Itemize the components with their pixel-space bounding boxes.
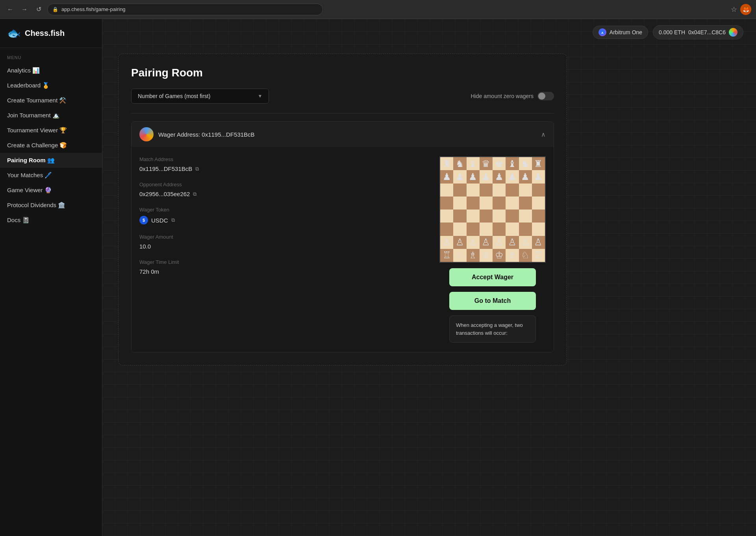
- sidebar-item-protocol-dividends[interactable]: Protocol Dividends 🏛️: [0, 198, 102, 213]
- back-button[interactable]: ←: [5, 4, 16, 15]
- wager-chevron-icon: ∧: [541, 131, 546, 138]
- chess-cell-1-4: ♟: [493, 170, 506, 183]
- wager-body: Match Address 0x1195...DF531BcB ⧉ Oppone…: [132, 147, 554, 352]
- hide-zero-toggle-switch[interactable]: [537, 92, 554, 100]
- chess-cell-6-7: ♙: [532, 236, 545, 249]
- sidebar-item-docs[interactable]: Docs 📓: [0, 213, 102, 228]
- usdc-icon: $: [139, 216, 148, 224]
- chess-cell-2-4: [493, 184, 506, 197]
- chess-board: ♜♞♝♛♚♝♞♜♟♟♟♟♟♟♟♟♙♙♙♙♙♙♙♙♖♘♗♕♔♗♘♖: [439, 156, 546, 263]
- chess-cell-0-7: ♜: [532, 157, 545, 170]
- chess-cell-7-5: ♗: [506, 249, 519, 262]
- chess-cell-3-6: [519, 197, 532, 210]
- wallet-badge[interactable]: 0.000 ETH 0x04E7...C8C6: [653, 25, 743, 39]
- chess-cell-4-3: [480, 210, 493, 223]
- chess-cell-5-2: [467, 223, 480, 236]
- chess-cell-7-7: ♖: [532, 249, 545, 262]
- chess-cell-3-0: [440, 197, 453, 210]
- chess-cell-2-7: [532, 184, 545, 197]
- url-bar[interactable]: 🔒 app.chess.fish/game-pairing: [47, 4, 323, 15]
- arbitrum-icon: A: [598, 28, 606, 36]
- network-badge[interactable]: A Arbitrum One: [593, 26, 648, 39]
- logo-fish-icon: 🐟: [7, 27, 21, 40]
- opponent-address-group: Opponent Address 0x2956...035ee262 ⧉: [139, 182, 424, 197]
- network-label: Arbitrum One: [610, 29, 642, 35]
- chess-cell-5-7: [532, 223, 545, 236]
- sidebar-item-pairing-room[interactable]: Pairing Room 👥: [0, 153, 102, 168]
- sidebar-item-create-challenge[interactable]: Create a Challenge 🍞: [0, 138, 102, 153]
- forward-button[interactable]: →: [19, 4, 30, 15]
- wager-header[interactable]: Wager Address: 0x1195...DF531BcB ∧: [132, 122, 554, 147]
- wager-item: Wager Address: 0x1195...DF531BcB ∧ Match…: [131, 121, 554, 352]
- bookmark-icon[interactable]: ☆: [731, 5, 737, 14]
- chess-cell-2-0: [440, 184, 453, 197]
- go-to-match-button[interactable]: Go to Match: [449, 292, 536, 310]
- wallet-avatar-icon: [729, 28, 737, 37]
- copy-opponent-address-icon[interactable]: ⧉: [193, 191, 196, 197]
- sidebar-item-game-viewer[interactable]: Game Viewer 🔮: [0, 183, 102, 198]
- sidebar-item-your-matches[interactable]: Your Matches 🖊️: [0, 168, 102, 183]
- chess-cell-2-2: [467, 184, 480, 197]
- chess-cell-2-1: [453, 184, 466, 197]
- pairing-card: Pairing Room Number of Games (most first…: [118, 54, 567, 365]
- content-area: Pairing Room Number of Games (most first…: [102, 46, 756, 536]
- url-text: app.chess.fish/game-pairing: [61, 6, 126, 12]
- chess-cell-0-4: ♚: [493, 157, 506, 170]
- sidebar-item-analytics[interactable]: Analytics 📊: [0, 63, 102, 78]
- chess-cell-3-3: [480, 197, 493, 210]
- chess-cell-6-0: ♙: [440, 236, 453, 249]
- sidebar-item-leaderboard[interactable]: Leaderboard 🏅: [0, 78, 102, 93]
- sidebar-logo-text: Chess.fish: [25, 29, 65, 38]
- wager-time-limit-group: Wager Time Limit 72h 0m: [139, 259, 424, 275]
- chess-cell-4-1: [453, 210, 466, 223]
- chess-cell-1-6: ♟: [519, 170, 532, 183]
- sidebar-item-join-tournament[interactable]: Join Tournament 🏔️: [0, 108, 102, 123]
- reload-button[interactable]: ↺: [33, 4, 44, 15]
- wager-right: ♜♞♝♛♚♝♞♜♟♟♟♟♟♟♟♟♙♙♙♙♙♙♙♙♖♘♗♕♔♗♘♖ Accept …: [439, 156, 546, 343]
- wager-amount-label: Wager Amount: [139, 234, 424, 240]
- hide-zero-label: Hide amount zero wagers: [471, 93, 534, 99]
- chess-cell-7-4: ♔: [493, 249, 506, 262]
- wager-token-value: $ USDC ⧉: [139, 216, 424, 224]
- sort-selected-label: Number of Games (most first): [138, 93, 210, 99]
- sidebar-nav: Analytics 📊Leaderboard 🏅Create Tournamen…: [0, 63, 102, 228]
- sidebar-item-create-tournament[interactable]: Create Tournament ⚒️: [0, 93, 102, 108]
- chess-cell-6-2: ♙: [467, 236, 480, 249]
- chess-cell-6-3: ♙: [480, 236, 493, 249]
- chess-cell-1-3: ♟: [480, 170, 493, 183]
- wager-time-limit-value: 72h 0m: [139, 268, 424, 275]
- browser-profile-avatar[interactable]: 🦊: [740, 4, 751, 15]
- wager-details: Match Address 0x1195...DF531BcB ⧉ Oppone…: [139, 156, 424, 343]
- match-address-value: 0x1195...DF531BcB ⧉: [139, 165, 424, 172]
- chess-cell-0-6: ♞: [519, 157, 532, 170]
- wager-header-left: Wager Address: 0x1195...DF531BcB: [139, 127, 255, 141]
- chess-cell-7-2: ♗: [467, 249, 480, 262]
- wallet-address: 0x04E7...C8C6: [688, 29, 726, 35]
- match-address-group: Match Address 0x1195...DF531BcB ⧉: [139, 156, 424, 172]
- wager-token-group: Wager Token $ USDC ⧉: [139, 207, 424, 224]
- app-container: 🐟 Chess.fish MENU Analytics 📊Leaderboard…: [0, 19, 756, 536]
- chess-cell-5-4: [493, 223, 506, 236]
- match-address-label: Match Address: [139, 156, 424, 162]
- controls-row: Number of Games (most first) ▼ Hide amou…: [131, 89, 554, 104]
- wager-amount-value: 10.0: [139, 243, 424, 250]
- chess-cell-0-2: ♝: [467, 157, 480, 170]
- chess-cell-4-2: [467, 210, 480, 223]
- copy-token-icon[interactable]: ⧉: [171, 217, 175, 223]
- browser-chrome: ← → ↺ 🔒 app.chess.fish/game-pairing ☆ 🦊: [0, 0, 756, 19]
- wager-address-text: Wager Address: 0x1195...DF531BcB: [158, 131, 255, 138]
- accept-wager-button[interactable]: Accept Wager: [449, 268, 536, 286]
- chess-cell-5-5: [506, 223, 519, 236]
- sidebar-item-tournament-viewer[interactable]: Tournament Viewer 🏆: [0, 123, 102, 138]
- chess-cell-0-1: ♞: [453, 157, 466, 170]
- chess-cell-1-1: ♟: [453, 170, 466, 183]
- chess-cell-7-3: ♕: [480, 249, 493, 262]
- chess-cell-5-3: [480, 223, 493, 236]
- divider: [131, 113, 554, 113]
- copy-match-address-icon[interactable]: ⧉: [195, 166, 199, 172]
- chess-cell-6-6: ♙: [519, 236, 532, 249]
- sort-dropdown[interactable]: Number of Games (most first) ▼: [131, 89, 269, 104]
- wager-time-limit-label: Wager Time Limit: [139, 259, 424, 265]
- chess-cell-3-7: [532, 197, 545, 210]
- chess-cell-7-6: ♘: [519, 249, 532, 262]
